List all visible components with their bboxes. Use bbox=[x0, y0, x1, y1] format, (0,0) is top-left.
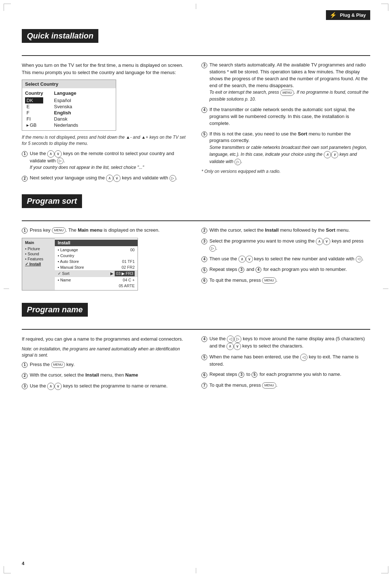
pn-step-2: 2 With the cursor, select the Install me… bbox=[22, 372, 191, 379]
ok-key2[interactable]: ▷ bbox=[170, 175, 176, 182]
pn-step-6: 6 Repeat steps 3 to 5 for each programme… bbox=[201, 371, 370, 378]
up-key2[interactable]: ∧ bbox=[106, 175, 113, 182]
sc-title: Select Country bbox=[22, 80, 116, 88]
plug-play-label: Plug & Play bbox=[340, 12, 366, 18]
menu-key-pn7[interactable]: MENU bbox=[262, 382, 276, 389]
ps-step-1-num: 1 bbox=[22, 227, 28, 234]
up-pn3[interactable]: ∧ bbox=[47, 383, 54, 390]
menu-item-picture: • Picture bbox=[25, 246, 52, 251]
left-pn5[interactable]: ◁ bbox=[300, 354, 307, 361]
sc-country-E: E bbox=[25, 103, 43, 110]
menu-key-pn1[interactable]: MENU bbox=[51, 362, 65, 368]
qi-step-3-text: The search starts automatically. All the… bbox=[209, 62, 370, 103]
sc-country-list: DK E F FI ▸GB bbox=[25, 97, 43, 128]
sc-country-col: Country DK E F FI ▸GB bbox=[25, 90, 43, 128]
sc-lang-header: Language bbox=[54, 90, 78, 96]
pn-step-4-num: 4 bbox=[201, 336, 208, 343]
down-key2[interactable]: ∨ bbox=[113, 175, 121, 182]
ps-step-6: 6 To quit the menus, press MENU. bbox=[201, 277, 370, 284]
program-sort-header: Program sort bbox=[22, 194, 82, 208]
pn-left: If required, you can give a name to the … bbox=[22, 336, 191, 394]
qi-step-3: 3 The search starts automatically. All t… bbox=[201, 62, 370, 103]
ps-step-4-text: Then use the ∧∨ keys to select the new n… bbox=[209, 256, 370, 263]
menu-item-install: ✓ Install bbox=[25, 261, 52, 267]
corner-mark-tr bbox=[381, 4, 388, 11]
ok-ps4[interactable]: ◁ bbox=[356, 256, 362, 263]
sc-lang-espanol: Español bbox=[54, 97, 78, 103]
mi-arte: 05 ARTE bbox=[55, 283, 138, 289]
up-key[interactable]: ∧ bbox=[47, 150, 54, 158]
pn-step-4-text: Use the ◁▷ keys to move around the name … bbox=[209, 336, 370, 350]
corner-mark-br bbox=[381, 566, 388, 573]
sc-lang-list: Español Svenska English Dansk Nederlands bbox=[54, 97, 78, 128]
sc-country-F: F bbox=[25, 110, 43, 116]
down-ps4[interactable]: ∨ bbox=[246, 256, 253, 263]
qi-step-5: 5 If this is not the case, you need to u… bbox=[201, 131, 370, 165]
ps-step-3: 3 Select the programme you want to move … bbox=[201, 238, 370, 252]
pn-step-2-num: 2 bbox=[22, 372, 28, 379]
pn-circled-2: 2 bbox=[22, 373, 28, 379]
menu-key3[interactable]: MENU bbox=[280, 90, 294, 96]
up-ps4[interactable]: ∧ bbox=[238, 256, 246, 263]
menu-key-ps1[interactable]: MENU bbox=[52, 227, 66, 233]
ps-step-2-num: 2 bbox=[201, 227, 208, 234]
sc-country-DK: DK bbox=[25, 97, 43, 103]
pn-step-1-num: 1 bbox=[22, 361, 28, 369]
circled-1: 1 bbox=[22, 151, 28, 157]
menu-install-header: Install bbox=[55, 240, 138, 246]
program-sort-two-col: 1 Press key MENU. The Main menu is displ… bbox=[22, 227, 370, 294]
quick-install-intro: When you turn on the TV set for the firs… bbox=[22, 62, 191, 76]
up-key5[interactable]: ∧ bbox=[324, 151, 331, 158]
down-pn3[interactable]: ∨ bbox=[54, 383, 62, 390]
menu-sidebar: Main • Picture • Sound • Features ✓ Inst… bbox=[22, 238, 55, 290]
qi-step-3-num: 3 bbox=[201, 62, 208, 69]
pn-step-5-text: When the name has been entered, use the … bbox=[209, 354, 370, 368]
down-pn4[interactable]: ∨ bbox=[234, 343, 241, 350]
up-ps3[interactable]: ∧ bbox=[316, 238, 323, 245]
menu-screenshot: Main • Picture • Sound • Features ✓ Inst… bbox=[22, 238, 138, 290]
pn-circled-5: 5 bbox=[201, 354, 207, 360]
qi-note-italic: If the menu is not displayed, press and … bbox=[22, 134, 191, 147]
ref-pn5: 5 bbox=[252, 372, 257, 378]
menu-key-ps6[interactable]: MENU bbox=[262, 277, 276, 284]
asterisk-note: * Only on versions equipped with a radio… bbox=[201, 169, 370, 174]
qi-step-2-text: Next select your language using the ∧∨ k… bbox=[30, 175, 191, 182]
ps-circled-1: 1 bbox=[22, 228, 28, 233]
qi-step-5-text: If this is not the case, you need to use… bbox=[209, 131, 370, 165]
sc-body: Country DK E F FI ▸GB Language Español bbox=[22, 88, 116, 130]
sc-lang-nederlands: Nederlands bbox=[54, 122, 78, 128]
down-key5[interactable]: ∨ bbox=[331, 151, 338, 158]
program-name-section: Program name If required, you can give a… bbox=[22, 303, 370, 394]
mi-language: • Language 00 bbox=[55, 247, 138, 253]
pn-step-6-text: Repeat steps 3 to 5 for each programme y… bbox=[209, 371, 370, 378]
mi-manualstore: • Manual Store 02 FR2 bbox=[55, 264, 138, 270]
down-key[interactable]: ∨ bbox=[54, 150, 62, 158]
quick-installation-section: Quick installation When you turn on the … bbox=[22, 29, 370, 186]
pn-step-7: 7 To quit the menus, press MENU. bbox=[201, 382, 370, 389]
sc-lang-dansk: Dansk bbox=[54, 116, 78, 122]
qi-step-1-num: 1 bbox=[22, 150, 28, 158]
top-center-mark bbox=[196, 4, 196, 9]
pn-intro: If required, you can give a name to the … bbox=[22, 336, 191, 343]
pn-circled-7: 7 bbox=[201, 383, 207, 389]
ok-key[interactable]: ▷ bbox=[57, 158, 64, 164]
menu-main-panel: Install • Language 00 • Country • Auto S… bbox=[55, 238, 138, 290]
ps-step-3-num: 3 bbox=[201, 238, 208, 245]
ok-ps3[interactable]: ▷ bbox=[209, 245, 216, 252]
up-pn4[interactable]: ∧ bbox=[226, 343, 234, 350]
ok-key5[interactable]: ▷ bbox=[234, 159, 241, 165]
ps-step-1: 1 Press key MENU. The Main menu is displ… bbox=[22, 227, 191, 234]
right-center-mark bbox=[383, 288, 388, 289]
right-pn4[interactable]: ▷ bbox=[234, 336, 241, 343]
program-sort-section: Program sort 1 Press key MENU. The Main … bbox=[22, 194, 370, 294]
pn-step-5: 5 When the name has been entered, use th… bbox=[201, 354, 370, 368]
ref-pn3: 3 bbox=[238, 372, 244, 378]
down-ps3[interactable]: ∨ bbox=[323, 238, 330, 245]
ps-circled-5: 5 bbox=[201, 267, 207, 273]
pn-step-5-num: 5 bbox=[201, 354, 208, 361]
corner-mark-bl bbox=[4, 566, 11, 573]
left-pn4[interactable]: ◁ bbox=[227, 336, 234, 343]
circled-3: 3 bbox=[201, 62, 207, 68]
ps-step-5-text: Repeat steps 3 and 4 for each program yo… bbox=[209, 266, 370, 273]
sc-country-header: Country bbox=[25, 90, 43, 96]
